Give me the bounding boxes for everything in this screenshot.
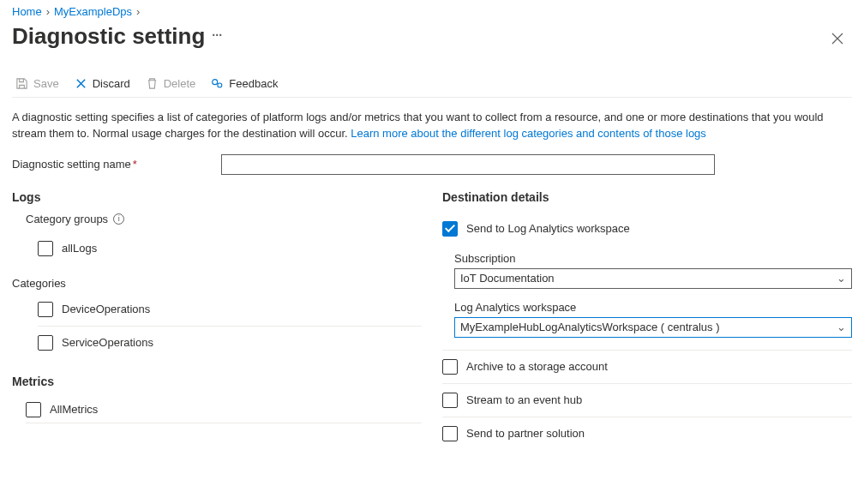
breadcrumb: Home › MyExampleDps › xyxy=(12,3,852,21)
alllogs-label: allLogs xyxy=(62,242,97,255)
metrics-title: Metrics xyxy=(12,375,422,388)
workspace-select[interactable]: MyExampleHubLogAnalyticsWorkspace ( cent… xyxy=(454,317,852,338)
send-partner-label: Send to partner solution xyxy=(466,427,585,440)
delete-button[interactable]: Delete xyxy=(146,77,196,90)
workspace-value: MyExampleHubLogAnalyticsWorkspace ( cent… xyxy=(460,321,720,333)
breadcrumb-separator: › xyxy=(136,5,140,18)
category-groups-label: Category groups i xyxy=(26,213,422,225)
serviceoperations-label: ServiceOperations xyxy=(62,336,153,349)
breadcrumb-home[interactable]: Home xyxy=(12,5,42,18)
stream-event-hub-row[interactable]: Stream to an event hub xyxy=(442,384,852,417)
destination-column: Destination details Send to Log Analytic… xyxy=(437,190,852,450)
more-actions-icon[interactable]: ··· xyxy=(212,28,222,45)
stream-event-hub-label: Stream to an event hub xyxy=(466,393,582,406)
description-text: A diagnostic setting specifies a list of… xyxy=(12,110,852,142)
setting-name-label: Diagnostic setting name* xyxy=(12,158,221,171)
feedback-label: Feedback xyxy=(229,77,278,90)
send-log-analytics-checkbox[interactable] xyxy=(442,221,458,237)
alllogs-checkbox[interactable] xyxy=(38,241,53,256)
deviceoperations-label: DeviceOperations xyxy=(62,303,150,315)
categories-label: Categories xyxy=(12,277,422,290)
serviceoperations-checkbox[interactable] xyxy=(38,335,53,351)
close-icon[interactable] xyxy=(826,27,849,52)
discard-button[interactable]: Discard xyxy=(75,77,130,90)
learn-more-link[interactable]: Learn more about the different log categ… xyxy=(351,127,706,140)
required-indicator: * xyxy=(133,158,137,171)
save-label: Save xyxy=(33,77,59,90)
setting-name-input[interactable] xyxy=(221,154,715,175)
destination-title: Destination details xyxy=(442,190,852,204)
allmetrics-row[interactable]: AllMetrics xyxy=(26,397,422,423)
workspace-label: Log Analytics workspace xyxy=(454,301,852,314)
discard-icon xyxy=(75,77,87,90)
serviceoperations-row[interactable]: ServiceOperations xyxy=(38,327,422,359)
alllogs-checkbox-row[interactable]: allLogs xyxy=(38,232,422,265)
chevron-down-icon: ⌄ xyxy=(837,272,846,285)
save-icon xyxy=(15,77,28,90)
svg-point-0 xyxy=(213,80,218,85)
subscription-value: IoT Documentation xyxy=(460,272,555,285)
logs-column: Logs Category groups i allLogs Categorie… xyxy=(12,190,427,450)
breadcrumb-resource[interactable]: MyExampleDps xyxy=(54,5,132,18)
save-button[interactable]: Save xyxy=(15,77,59,90)
subscription-select[interactable]: IoT Documentation ⌄ xyxy=(454,268,852,289)
breadcrumb-separator: › xyxy=(46,5,50,18)
page-title: Diagnostic setting ··· xyxy=(12,23,222,50)
logs-title: Logs xyxy=(12,190,422,204)
send-log-analytics-row[interactable]: Send to Log Analytics workspace xyxy=(442,213,852,240)
command-bar: Save Discard Delete Feedback xyxy=(12,70,852,98)
archive-storage-row[interactable]: Archive to a storage account xyxy=(442,351,852,384)
info-icon[interactable]: i xyxy=(113,213,124,225)
svg-point-1 xyxy=(218,83,222,87)
deviceoperations-row[interactable]: DeviceOperations xyxy=(38,293,422,327)
feedback-icon xyxy=(211,77,224,90)
delete-icon xyxy=(146,77,159,90)
allmetrics-label: AllMetrics xyxy=(50,403,98,416)
stream-event-hub-checkbox[interactable] xyxy=(442,393,458,408)
send-log-analytics-label: Send to Log Analytics workspace xyxy=(466,222,630,235)
archive-storage-checkbox[interactable] xyxy=(442,359,458,375)
archive-storage-label: Archive to a storage account xyxy=(466,360,608,373)
chevron-down-icon: ⌄ xyxy=(837,321,846,333)
send-partner-checkbox[interactable] xyxy=(442,426,458,441)
page-title-text: Diagnostic setting xyxy=(12,23,205,50)
feedback-button[interactable]: Feedback xyxy=(211,77,278,90)
subscription-label: Subscription xyxy=(454,252,852,265)
send-partner-row[interactable]: Send to partner solution xyxy=(442,417,852,450)
allmetrics-checkbox[interactable] xyxy=(26,402,41,417)
deviceoperations-checkbox[interactable] xyxy=(38,302,53,317)
delete-label: Delete xyxy=(164,77,196,90)
discard-label: Discard xyxy=(93,77,130,90)
